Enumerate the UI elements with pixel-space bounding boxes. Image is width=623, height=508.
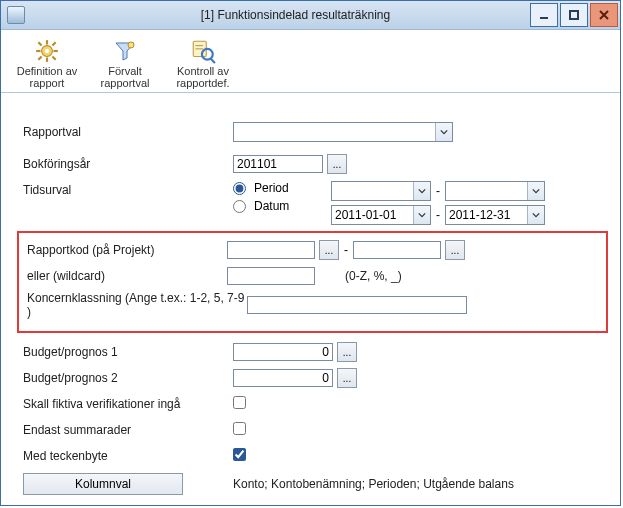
budget2-picker[interactable]: ... <box>337 368 357 388</box>
chevron-down-icon <box>413 206 430 224</box>
radio-period-label: Period <box>254 181 289 195</box>
period-to-dropdown[interactable] <box>445 181 545 201</box>
toolbar-kontroll-av-rapportdef[interactable]: Kontroll av rapportdef. <box>165 34 241 90</box>
svg-point-14 <box>128 42 134 48</box>
toolbar: Definition av rapport Förvalt rapportval <box>1 30 620 93</box>
kolumn-info: Konto; Kontobenämning; Perioden; Utgåend… <box>233 477 514 491</box>
svg-line-12 <box>38 56 41 59</box>
wildcard-input[interactable] <box>227 267 315 285</box>
radio-period[interactable]: Period <box>233 181 321 195</box>
datum-to-dropdown[interactable]: 2011-12-31 <box>445 205 545 225</box>
teckenbyte-checkbox[interactable] <box>233 448 246 461</box>
toolbar-label: Kontroll av rapportdef. <box>168 65 238 89</box>
window-controls <box>530 1 620 29</box>
budget1-picker[interactable]: ... <box>337 342 357 362</box>
toolbar-definition-av-rapport[interactable]: Definition av rapport <box>9 34 85 90</box>
radio-datum-label: Datum <box>254 199 289 213</box>
svg-line-11 <box>52 42 55 45</box>
app-icon <box>7 6 25 24</box>
app-window: [1] Funktionsindelad resultaträkning <box>0 0 621 506</box>
kolumnval-button[interactable]: Kolumnval <box>23 473 183 495</box>
rapportkod-from-input[interactable] <box>227 241 315 259</box>
bokforingsar-picker[interactable]: ... <box>327 154 347 174</box>
bokforingsar-label: Bokföringsår <box>23 157 233 171</box>
koncernklassning-label: Koncernklassning (Ange t.ex.: 1-2, 5, 7-… <box>27 291 247 319</box>
rapportkod-to-picker[interactable]: ... <box>445 240 465 260</box>
fiktiva-label: Skall fiktiva verifikationer ingå <box>23 397 233 411</box>
toolbar-label: Definition av rapport <box>12 65 82 89</box>
budget2-input[interactable] <box>233 369 333 387</box>
summarader-checkbox[interactable] <box>233 422 246 435</box>
radio-datum[interactable]: Datum <box>233 199 321 213</box>
rapportval-label: Rapportval <box>23 125 233 139</box>
titlebar: [1] Funktionsindelad resultaträkning <box>1 1 620 30</box>
radio-datum-input[interactable] <box>233 200 246 213</box>
inspect-icon <box>189 37 217 64</box>
minimize-button[interactable] <box>530 3 558 27</box>
budget2-label: Budget/prognos 2 <box>23 371 233 385</box>
svg-rect-1 <box>570 11 578 19</box>
koncernklassning-input[interactable] <box>247 296 467 314</box>
rapportval-dropdown[interactable] <box>233 122 453 142</box>
fiktiva-checkbox[interactable] <box>233 396 246 409</box>
gear-icon <box>33 37 61 64</box>
form-area: Rapportval Bokföringsår ... Tidsurval <box>1 93 620 487</box>
toolbar-label: Förvalt rapportval <box>90 65 160 89</box>
rapportkod-from-picker[interactable]: ... <box>319 240 339 260</box>
svg-line-10 <box>52 56 55 59</box>
svg-point-13 <box>45 48 49 52</box>
range-separator: - <box>343 243 349 257</box>
range-separator: - <box>435 208 441 222</box>
toolbar-forvalt-rapportval[interactable]: Förvalt rapportval <box>87 34 163 90</box>
bokforingsar-input[interactable] <box>233 155 323 173</box>
chevron-down-icon <box>527 182 544 200</box>
maximize-button[interactable] <box>560 3 588 27</box>
svg-line-19 <box>211 58 215 62</box>
highlight-group: Rapportkod (på Projekt) ... - ... eller … <box>17 231 608 333</box>
rapportkod-to-input[interactable] <box>353 241 441 259</box>
tidsurval-label: Tidsurval <box>23 181 233 197</box>
radio-period-input[interactable] <box>233 182 246 195</box>
svg-line-9 <box>38 42 41 45</box>
rapportkod-label: Rapportkod (på Projekt) <box>27 243 227 257</box>
chevron-down-icon <box>413 182 430 200</box>
range-separator: - <box>435 184 441 198</box>
chevron-down-icon <box>527 206 544 224</box>
budget1-input[interactable] <box>233 343 333 361</box>
filter-icon <box>111 37 139 64</box>
close-button[interactable] <box>590 3 618 27</box>
datum-from-dropdown[interactable]: 2011-01-01 <box>331 205 431 225</box>
teckenbyte-label: Med teckenbyte <box>23 449 233 463</box>
budget1-label: Budget/prognos 1 <box>23 345 233 359</box>
wildcard-label: eller (wildcard) <box>27 269 227 283</box>
chevron-down-icon <box>435 123 452 141</box>
period-from-dropdown[interactable] <box>331 181 431 201</box>
wildcard-hint: (0-Z, %, _) <box>345 269 402 283</box>
summarader-label: Endast summarader <box>23 423 233 437</box>
